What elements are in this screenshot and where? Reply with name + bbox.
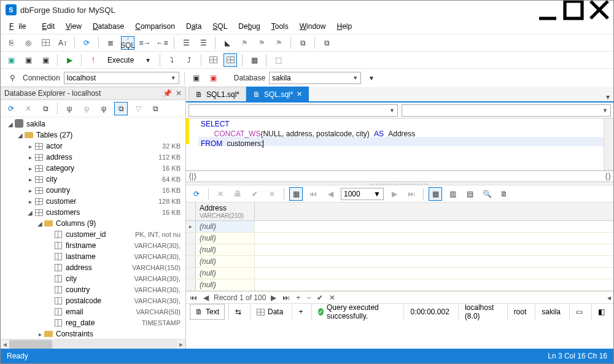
bookmark-icon[interactable]: ◣ [220,36,234,50]
db-green-icon[interactable]: ▣ [4,53,18,67]
rec-add-icon[interactable]: + [295,293,301,302]
close-button[interactable] [586,1,612,18]
menu-help[interactable]: Help [332,20,357,33]
rec-last-icon[interactable]: ⏭ [281,293,291,302]
exp-copy-icon[interactable]: ⧉ [39,102,52,115]
exec-dd-icon[interactable]: ▾ [141,53,155,67]
rec-first-icon[interactable]: ⏮ [188,293,198,302]
view-swap-icon[interactable]: ⇆ [228,304,247,320]
dropdown-extra-icon[interactable]: ▾ [365,71,378,85]
grid-row[interactable]: ▸(null) [186,221,613,233]
sql-mode-button[interactable]: ↓SQL [121,36,134,50]
warn-icon[interactable]: ! [87,53,100,67]
tree-table-row[interactable]: ▸category16 KB [3,163,185,174]
nav-prev-icon[interactable]: ◀ [324,187,337,201]
res-refresh-icon[interactable]: ⟳ [190,187,203,201]
exp-filter-icon[interactable]: ▽ [131,102,145,115]
page-mode-icon[interactable]: ▦ [289,187,303,201]
view-card-icon[interactable]: ▥ [446,187,459,201]
tree-table-row[interactable]: ◢customers16 KB [3,207,185,218]
tree-table-row[interactable]: ▸country16 KB [3,185,185,196]
res-x-icon[interactable]: ✕ [265,187,279,201]
db-sync-icon[interactable]: ▣ [21,53,35,67]
res-cancel-icon[interactable]: ✕ [214,187,227,201]
minimize-button[interactable] [535,1,561,18]
tabs-menu-icon[interactable]: ▾ [602,93,613,101]
grid-view-icon[interactable] [206,53,220,67]
editor-v-scrollbar[interactable] [604,118,613,170]
grid-row[interactable]: (null) [186,233,613,244]
grid-row[interactable]: (null) [186,279,613,291]
step2-icon[interactable]: ⤴ [182,53,196,67]
menu-file[interactable]: File [4,20,36,33]
exp-t1-icon[interactable]: ψ [63,102,76,115]
tree-column-row[interactable]: postalcodeVARCHAR(30), [3,295,185,306]
tree-table-row[interactable]: ▸customer128 KB [3,196,185,207]
refresh-icon[interactable]: ⟳ [80,36,93,50]
rec-x-icon[interactable]: ✕ [328,293,336,302]
menu-debug[interactable]: Debug [233,20,265,33]
nav-last-icon[interactable]: ⏭ [405,187,418,201]
tree-table-row[interactable]: ▸address112 KB [3,152,185,163]
view-find-icon[interactable]: 🔍 [480,187,494,201]
copy-icon[interactable]: ⧉ [296,36,309,50]
tree-column-row[interactable]: customer_idPK, INT, not nu [3,229,185,240]
rec-prev-icon[interactable]: ◀ [202,293,210,302]
new-button[interactable]: ⎘ [4,36,18,50]
rec-ok-icon[interactable]: ✔ [316,293,324,302]
list2-icon[interactable]: ☰ [196,36,210,50]
nav-next-icon[interactable]: ▶ [387,187,401,201]
object-combo-1[interactable]: ▼ [188,104,398,117]
list-icon[interactable]: ☰ [179,36,193,50]
table-icon[interactable] [39,36,52,50]
schema-icon[interactable]: ⬚ [271,53,285,67]
view-pivot-icon[interactable]: ▤ [463,187,476,201]
view-grid-icon[interactable]: ▦ [429,187,442,201]
tab-sql1[interactable]: 🗎SQL1.sql* [188,87,246,101]
view-export-icon[interactable]: 🗎 [497,187,511,201]
rec-next-icon[interactable]: ▶ [270,293,278,302]
db-search-icon[interactable]: ▣ [39,53,52,67]
menu-sql[interactable]: SQL [208,20,232,33]
exp-t2-icon[interactable]: ψ [80,102,93,115]
connection-combo[interactable]: localhost▼ [64,72,179,84]
object-combo-2[interactable]: ▼ [402,104,611,117]
run-button[interactable]: ▶ [63,53,76,67]
grid-row[interactable]: (null) [186,244,613,256]
res-check-icon[interactable]: ✔ [248,187,262,201]
exp-t5-icon[interactable]: ⧉ [149,102,162,115]
outdent-icon[interactable]: ←≡ [155,36,169,50]
menu-edit[interactable]: Edit [37,20,60,33]
flag2-icon[interactable]: ⚑ [255,36,268,50]
tree-columns-row[interactable]: ◢Columns (9) [3,218,185,229]
tree-column-row[interactable]: cityVARCHAR(30), [3,273,185,284]
tree-table-row[interactable]: ▸city64 KB [3,174,185,185]
menu-comparison[interactable]: Comparison [130,20,180,33]
col-header-address[interactable]: Address VARCHAR(210) [196,203,255,220]
nav-first-icon[interactable]: ⏮ [306,187,320,201]
tree-column-row[interactable]: lastnameVARCHAR(30), [3,251,185,262]
flag3-icon[interactable]: ⚑ [272,36,286,50]
tree-tables-row[interactable]: ◢Tables (27) [3,130,185,141]
rec-del-icon[interactable]: − [305,293,312,302]
panel-close-icon[interactable]: ✕ [176,89,182,98]
database-combo[interactable]: sakila▼ [269,72,361,84]
exp-t4-icon[interactable]: ⧉ [114,102,128,115]
tab-close-icon[interactable]: ✕ [297,90,302,98]
exp-t3-icon[interactable]: ψ [97,102,111,115]
menu-database[interactable]: Database [88,20,129,33]
explorer-h-scrollbar[interactable]: ◂▸ [1,339,185,349]
layout-icon-1[interactable]: ▭ [569,304,589,320]
maximize-button[interactable] [561,1,586,18]
tree-column-row[interactable]: firstnameVARCHAR(30), [3,240,185,251]
tree-column-row[interactable]: reg_dateTIMESTAMP [3,317,185,328]
exp-refresh-icon[interactable]: ⟳ [4,102,18,115]
res-print-icon[interactable]: 🖶 [231,187,244,201]
format-icon[interactable]: ≣ [104,36,117,50]
page-size-input[interactable]: 1000▼ [341,188,384,200]
view-text-button[interactable]: 🗎 Text [190,304,225,320]
view-data-button[interactable]: Data [250,304,289,320]
font-icon[interactable]: A↕ [56,36,69,50]
menu-tools[interactable]: Tools [266,20,293,33]
grid-row[interactable]: (null) [186,268,613,279]
